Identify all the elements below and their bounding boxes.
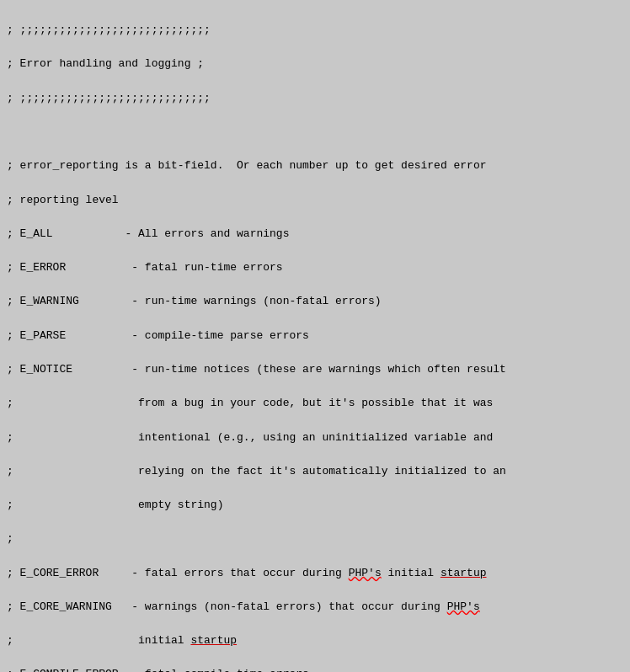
line-3: ; ;;;;;;;;;;;;;;;;;;;;;;;;;;;;; — [7, 92, 211, 104]
php-underline-1: PHP's — [349, 567, 382, 579]
line-15: ; empty string) — [7, 499, 223, 511]
line-10: ; E_PARSE - compile-time parse errors — [7, 329, 309, 342]
line-16: ; — [7, 532, 13, 545]
line-18: ; E_CORE_WARNING - warnings (non-fatal e… — [7, 600, 480, 613]
startup-underline-1: startup — [440, 567, 487, 579]
line-7: ; E_ALL - All errors and warnings — [7, 227, 289, 240]
word-that: that — [420, 397, 446, 409]
line-1: ; ;;;;;;;;;;;;;;;;;;;;;;;;;;;;; — [7, 24, 211, 36]
line-20: ; E_COMPILE_ERROR - fatal compile-time e… — [7, 668, 309, 672]
line-2: ; Error handling and logging ; — [7, 57, 204, 70]
line-14: ; relying on the fact it's automatically… — [7, 465, 506, 477]
php-underline-2: PHP's — [447, 600, 480, 613]
line-13: ; intentional (e.g., using an uninitiali… — [7, 431, 493, 444]
startup-underline-2: startup — [190, 634, 237, 647]
line-17: ; E_CORE_ERROR - fatal errors that occur… — [7, 567, 487, 579]
line-12: ; from a bug in your code, but it's poss… — [7, 397, 493, 409]
line-9: ; E_WARNING - run-time warnings (non-fat… — [7, 295, 382, 307]
code-editor: ; ;;;;;;;;;;;;;;;;;;;;;;;;;;;;; ; Error … — [7, 5, 623, 672]
line-8: ; E_ERROR - fatal run-time errors — [7, 261, 283, 274]
line-19: ; initial startup — [7, 634, 237, 647]
line-11: ; E_NOTICE - run-time notices (these are… — [7, 363, 506, 376]
line-5: ; error_reporting is a bit-field. Or eac… — [7, 159, 487, 172]
line-6: ; reporting level — [7, 194, 119, 206]
